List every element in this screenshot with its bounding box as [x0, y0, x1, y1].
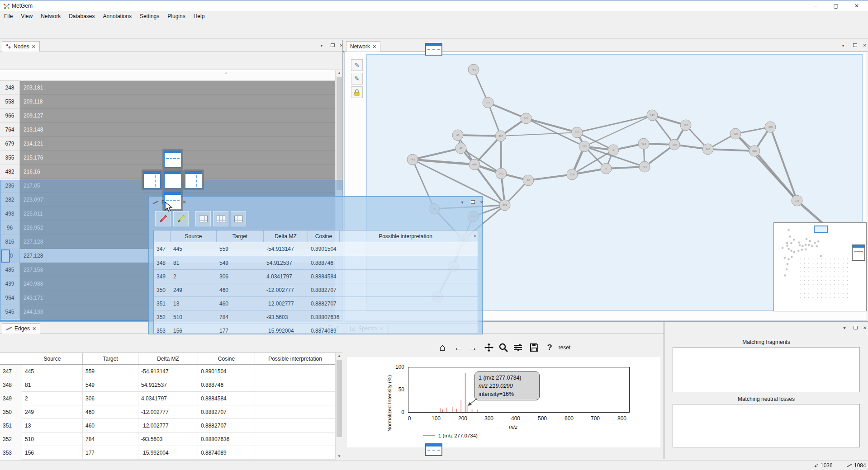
tab-close-icon[interactable]: ✕ [32, 326, 36, 332]
menu-settings[interactable]: Settings [136, 11, 163, 21]
graph-edge[interactable] [708, 149, 754, 151]
graph-edge[interactable] [413, 148, 461, 160]
network-dock-menu-button[interactable]: ▾ [839, 42, 847, 49]
col-cosine[interactable]: Cosine [198, 353, 255, 364]
annotations-edit-button[interactable]: ✎ [351, 59, 363, 71]
minimize-button[interactable]: ─ [805, 0, 825, 12]
col-interpretation[interactable]: Possible interpretation [255, 353, 335, 364]
col-source[interactable]: Source [171, 230, 217, 242]
network-dock-close-button[interactable]: ✕ [861, 42, 868, 49]
dock-indicator-right[interactable] [185, 171, 202, 188]
menu-view[interactable]: View [17, 11, 37, 21]
table-resize-rows-button[interactable] [213, 211, 228, 226]
scrollbar-thumb[interactable] [337, 77, 342, 190]
floating-menu-button[interactable]: ▾ [458, 199, 466, 206]
highlight-red-button[interactable] [155, 211, 171, 226]
edges-table-header[interactable]: Source Target Delta MZ Cosine Possible i… [0, 353, 335, 365]
menu-annotations[interactable]: Annotations [99, 11, 136, 21]
table-row[interactable]: 351 13 460 -12.002777 0.8882707 [0, 419, 335, 432]
plot-zoom-button[interactable] [497, 341, 510, 354]
dock-indicator-main-bottom[interactable] [425, 443, 442, 456]
table-row[interactable]: 351 13 460 -12.002777 0.8882707 [154, 296, 478, 310]
table-row[interactable]: 348 81 549 54.912537 0.888746 [154, 256, 478, 269]
matching-fragments-box[interactable] [673, 347, 860, 392]
graph-edge[interactable] [606, 167, 645, 169]
table-row[interactable]: 353 156 177 -15.992004 0.8874089 [0, 446, 335, 460]
dock-indicator-left[interactable] [143, 171, 161, 188]
table-row[interactable]: 349 2 306 4.0341797 0.8884584 [154, 269, 478, 283]
col-interpretation[interactable]: Possible interpretation [340, 230, 471, 242]
dock-indicator-top[interactable] [164, 150, 181, 168]
edges-scrollbar[interactable]: ▲ ▼ [335, 353, 342, 460]
close-button[interactable]: ✕ [846, 0, 867, 12]
tab-close-icon[interactable]: ✕ [32, 44, 36, 50]
menu-help[interactable]: Help [190, 11, 209, 21]
graph-edge[interactable] [458, 135, 501, 136]
col-delta-mz[interactable]: Delta MZ [264, 230, 308, 242]
graph-edge[interactable] [474, 136, 501, 164]
table-row[interactable]: 966209,127 [0, 109, 335, 123]
menu-databases[interactable]: Databases [65, 11, 99, 21]
plot-forward-button[interactable]: → [466, 341, 479, 354]
plot-reset-button[interactable]: reset [555, 341, 574, 354]
col-target[interactable]: Target [83, 353, 138, 364]
graph-edge[interactable] [501, 132, 577, 136]
floating-edges-table[interactable]: Source Target Delta MZ Cosine Possible i… [153, 230, 478, 334]
col-target[interactable]: Target [217, 230, 264, 242]
plot-pan-button[interactable] [482, 341, 496, 354]
graph-edge[interactable] [528, 174, 572, 180]
scroll-down-icon[interactable]: ▼ [336, 453, 343, 460]
plot-home-button[interactable]: ⌂ [436, 341, 449, 354]
graph-edge[interactable] [577, 115, 652, 132]
matching-dock-menu-button[interactable]: ▾ [840, 324, 849, 332]
table-row[interactable]: 248203,181 [0, 81, 335, 95]
maximize-button[interactable]: ▢ [825, 0, 846, 12]
table-row[interactable]: 353 156 177 -15.992004 0.8874089 [154, 324, 478, 334]
plot-save-button[interactable] [527, 341, 541, 354]
table-row[interactable]: 558209,118 [0, 95, 335, 109]
table-row[interactable]: 352 510 784 -93.5603 0.88807636 [0, 432, 335, 446]
tab-close-icon[interactable]: ✕ [372, 44, 376, 50]
floating-edges-window[interactable]: Edges ✕ ▾ ✕ Source Target Delta MZ Cosin… [148, 196, 483, 334]
menu-file[interactable]: File [0, 11, 17, 21]
tab-network[interactable]: Network ✕ [346, 41, 380, 52]
plot-config-button[interactable] [511, 341, 525, 354]
tab-edges[interactable]: Edges ✕ [2, 323, 40, 334]
scroll-up-icon[interactable]: ▲ [336, 70, 343, 76]
highlight-yellow-button[interactable] [173, 211, 189, 226]
scrollbar-thumb[interactable] [337, 360, 342, 437]
table-row[interactable]: 350 249 460 -12.002777 0.8882707 [154, 283, 478, 296]
menu-network[interactable]: Network [37, 11, 65, 21]
col-source[interactable]: Source [22, 353, 83, 364]
minimap-viewport[interactable] [814, 226, 828, 233]
nodes-dock-menu-button[interactable]: ▾ [318, 42, 326, 49]
dock-indicator-main-top[interactable] [425, 43, 442, 56]
nodes-table-header[interactable]: ^ [0, 70, 335, 81]
matching-dock-float-button[interactable] [851, 324, 859, 332]
graph-edge[interactable] [461, 148, 501, 174]
annotations-lock-button[interactable] [351, 86, 363, 98]
menu-plugins[interactable]: Plugins [163, 11, 189, 21]
graph-edge[interactable] [754, 151, 797, 201]
scroll-up-icon[interactable]: ▲ [336, 353, 343, 359]
graph-edge[interactable] [770, 127, 797, 201]
floating-close-button[interactable]: ✕ [478, 199, 486, 206]
plot-back-button[interactable]: ← [451, 341, 465, 354]
col-delta-mz[interactable]: Delta MZ [138, 353, 198, 364]
table-row[interactable]: 352 510 784 -93.5603 0.88807636 [154, 310, 478, 324]
matching-losses-box[interactable] [673, 404, 860, 447]
floating-float-button[interactable] [469, 199, 477, 206]
network-minimap[interactable] [773, 222, 867, 311]
plot-help-button[interactable]: ? [543, 341, 556, 354]
table-row[interactable]: 350 249 460 -12.002777 0.8882707 [0, 405, 335, 419]
annotations-add-button[interactable]: ✎ [351, 73, 363, 85]
dock-indicator-main-right[interactable] [852, 244, 865, 261]
table-row[interactable]: 348 81 549 54.912537 0.888746 [0, 378, 335, 392]
dock-indicator-center[interactable] [164, 171, 181, 188]
table-row[interactable]: 764213,148 [0, 123, 335, 137]
nodes-dock-float-button[interactable] [328, 42, 337, 49]
table-row[interactable]: 349 2 306 4.0341797 0.8884584 [0, 392, 335, 405]
matching-dock-close-button[interactable]: ✕ [861, 324, 868, 332]
table-view-compact-button[interactable] [195, 211, 211, 226]
scroll-up-icon[interactable]: ∧ [471, 230, 478, 242]
